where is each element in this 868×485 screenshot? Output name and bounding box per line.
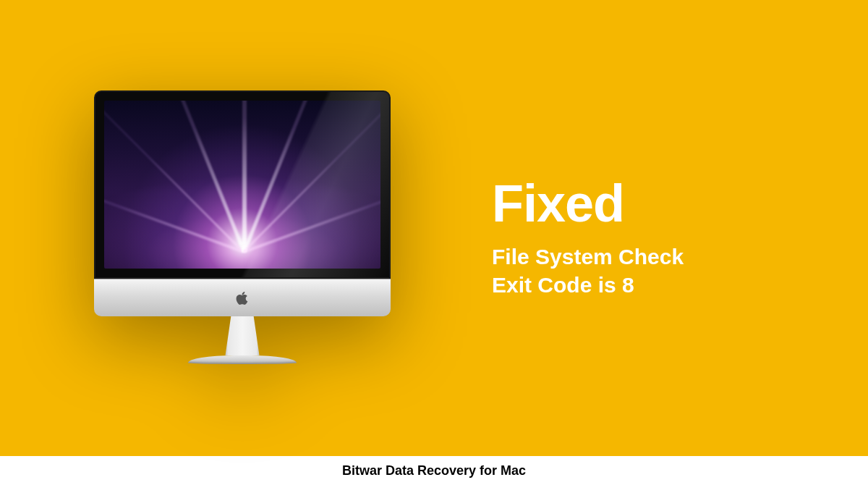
imac-screen [94, 90, 391, 279]
aurora-wallpaper [104, 101, 380, 269]
hero-banner: Fixed File System Check Exit Code is 8 [0, 0, 868, 456]
hero-headline: Fixed [492, 177, 684, 229]
footer-caption: Bitwar Data Recovery for Mac [342, 463, 526, 478]
hero-subline: File System Check Exit Code is 8 [492, 242, 684, 299]
hero-text: Fixed File System Check Exit Code is 8 [492, 177, 684, 299]
apple-logo-icon [236, 291, 249, 305]
imac-stand-base [188, 355, 297, 364]
subline-line-1: File System Check [492, 245, 684, 269]
imac-stand-neck [222, 316, 263, 355]
footer-caption-bar: Bitwar Data Recovery for Mac [0, 456, 868, 485]
imac-chin [94, 279, 391, 316]
imac-illustration [94, 90, 391, 364]
subline-line-2: Exit Code is 8 [492, 273, 634, 297]
